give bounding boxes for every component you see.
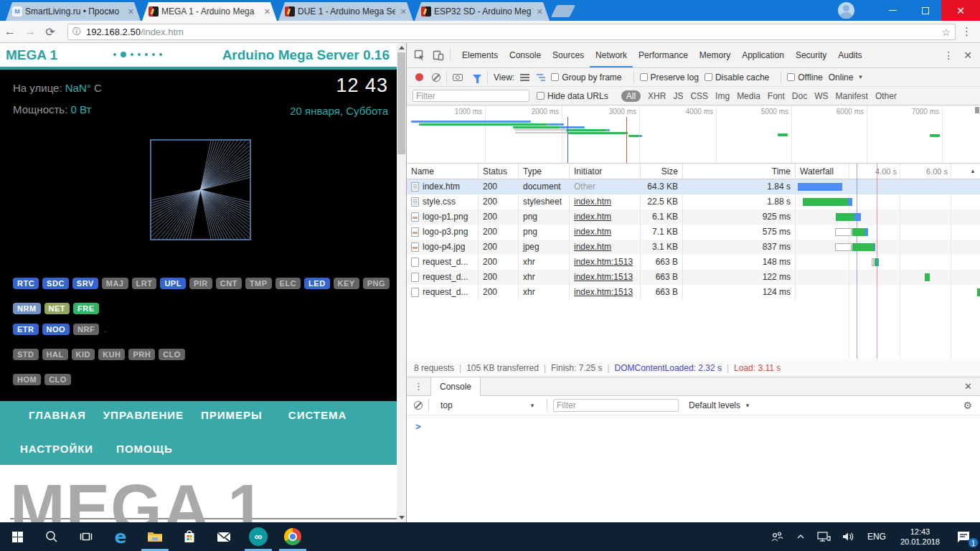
browser-tab-due1[interactable]: DUE 1 - Arduino Mega Se ✕ — [278, 2, 413, 21]
reload-icon[interactable]: ⟳ — [40, 25, 60, 39]
request-row-logo-p3-png[interactable]: logo-p3.png200pngindex.htm7.1 KB575 ms — [407, 225, 980, 240]
people-button[interactable] — [764, 522, 790, 551]
menu-item-3[interactable]: ПРИМЕРЫ — [201, 409, 263, 421]
status-badge-sdc[interactable]: SDC — [42, 278, 69, 289]
type-filter-other[interactable]: Other — [875, 91, 897, 101]
console-clear-icon[interactable] — [414, 401, 423, 410]
tab-close-icon[interactable]: ✕ — [262, 7, 273, 17]
request-row-request-d---[interactable]: request_d...200xhrindex.htm:1513663 B148… — [407, 255, 980, 270]
status-badge-kuh[interactable]: KUH — [98, 349, 125, 360]
menu-item-2[interactable]: УПРАВЛЕНИЕ — [103, 409, 184, 421]
devtools-tab-security[interactable]: Security — [790, 43, 832, 67]
throttling-dropdown[interactable]: Online▼ — [829, 72, 864, 83]
type-filter-doc[interactable]: Doc — [792, 91, 807, 101]
status-badge-nrf[interactable]: NRF — [73, 324, 99, 335]
group-by-frame-checkbox[interactable]: Group by frame — [551, 72, 621, 83]
taskbar-explorer-button[interactable] — [138, 522, 172, 551]
status-badge-srv[interactable]: SRV — [72, 278, 98, 289]
scrollbar-thumb[interactable] — [397, 52, 405, 154]
initiator-link[interactable]: index.htm — [574, 212, 611, 222]
console-prompt[interactable]: > — [415, 421, 421, 432]
status-badge-pir[interactable]: PIR — [189, 278, 212, 289]
devtools-tab-memory[interactable]: Memory — [694, 43, 736, 67]
task-view-button[interactable] — [69, 522, 103, 551]
menu-item-5[interactable]: НАСТРОЙКИ — [20, 443, 93, 455]
preserve-log-checkbox[interactable]: Preserve log — [640, 72, 699, 83]
status-badge-net[interactable]: NET — [44, 303, 70, 314]
column-header-waterfall[interactable]: Waterfall ▲ 4.00 s6.00 s — [796, 164, 980, 179]
scroll-up-icon[interactable] — [399, 46, 405, 50]
network-status-button[interactable] — [811, 522, 836, 551]
devtools-more-icon[interactable]: ⋮ — [943, 50, 953, 61]
status-badge-prh[interactable]: PRH — [128, 349, 155, 360]
drawer-menu-icon[interactable]: ⋮ — [414, 381, 423, 392]
console-settings-gear-icon[interactable]: ⚙ — [963, 400, 980, 411]
taskbar-edge-button[interactable]: e — [103, 522, 138, 551]
request-row-style-css[interactable]: style.css200stylesheetindex.htm22.5 KB1.… — [407, 194, 980, 209]
type-filter-xhr[interactable]: XHR — [648, 91, 666, 101]
status-badge-rtc[interactable]: RTC — [13, 278, 39, 289]
console-context-dropdown[interactable]: top▼ — [440, 400, 541, 410]
status-badge-kid[interactable]: KID — [72, 349, 95, 360]
forward-icon[interactable]: → — [20, 25, 40, 38]
status-badge-key[interactable]: KEY — [334, 278, 359, 289]
initiator-link[interactable]: index.htm:1513 — [574, 287, 633, 297]
request-row-request-d---[interactable]: request_d...200xhrindex.htm:1513663 B122… — [407, 270, 980, 285]
menu-item-4[interactable]: СИСТЕМА — [288, 409, 347, 421]
window-close-button[interactable]: ✕ — [941, 0, 980, 21]
browser-tab-mega1[interactable]: MEGA 1 - Arduino Mega ✕ — [142, 2, 277, 21]
column-header-type[interactable]: Type — [519, 164, 570, 179]
type-filter-manifest[interactable]: Manifest — [836, 91, 868, 101]
taskbar-arduino-button[interactable]: ∞ — [241, 522, 275, 551]
start-button[interactable] — [0, 522, 34, 551]
record-icon[interactable] — [415, 73, 423, 81]
status-badge-nrm[interactable]: NRM — [13, 303, 41, 314]
status-badge-noo[interactable]: NOO — [42, 324, 70, 335]
menu-item-6[interactable]: ПОМОЩЬ — [116, 443, 173, 455]
column-header-status[interactable]: Status — [479, 164, 519, 179]
taskbar-clock[interactable]: 12:43 20.01.2018 — [893, 527, 947, 547]
request-row-logo-p1-png[interactable]: logo-p1.png200pngindex.htm6.1 KB925 ms — [407, 209, 980, 225]
filter-funnel-icon[interactable] — [473, 75, 481, 80]
status-badge-hom[interactable]: HOM — [13, 374, 41, 385]
type-filter-img[interactable]: Img — [715, 91, 730, 101]
show-hidden-icons-button[interactable] — [790, 522, 811, 551]
window-maximize-button[interactable] — [910, 0, 941, 21]
volume-button[interactable] — [836, 522, 860, 551]
bookmark-star-icon[interactable]: ☆ — [941, 27, 951, 38]
status-badge-led[interactable]: LED — [304, 278, 330, 289]
status-badge-clo[interactable]: CLO — [159, 349, 185, 360]
taskbar-search-button[interactable] — [34, 522, 69, 551]
hide-data-urls-checkbox[interactable]: Hide data URLs — [537, 91, 608, 101]
device-toolbar-icon[interactable] — [433, 50, 444, 61]
profile-avatar[interactable] — [838, 2, 854, 19]
status-badge-tmp[interactable]: TMP — [245, 278, 272, 289]
scroll-down-icon[interactable] — [399, 516, 405, 519]
address-bar[interactable]: ⓘ 192.168.2.50 /index.htm ☆ — [67, 24, 956, 40]
type-filter-css[interactable]: CSS — [690, 91, 708, 101]
tab-close-icon[interactable]: ✕ — [534, 7, 545, 17]
browser-tab-smartliving[interactable]: M SmartLiving.ru • Просмо ✕ — [6, 2, 141, 21]
taskbar-mail-button[interactable] — [207, 522, 241, 551]
window-minimize-button[interactable] — [877, 0, 908, 21]
column-header-size[interactable]: Size — [641, 164, 683, 179]
status-badge-hal[interactable]: HAL — [42, 349, 68, 360]
status-badge-fre[interactable]: FRE — [73, 303, 99, 314]
status-badge-std[interactable]: STD — [13, 349, 39, 360]
devtools-tab-elements[interactable]: Elements — [456, 43, 504, 67]
initiator-link[interactable]: index.htm:1513 — [574, 272, 633, 282]
view-list-icon[interactable] — [520, 74, 529, 81]
menu-item-1[interactable]: ГЛАВНАЯ — [29, 409, 86, 421]
action-center-button[interactable]: 1 — [947, 522, 980, 551]
request-row-logo-p4-jpg[interactable]: logo-p4.jpg200jpegindex.htm3.1 KB837 ms — [407, 240, 980, 255]
devtools-tab-performance[interactable]: Performance — [633, 43, 694, 67]
console-levels-dropdown[interactable]: Default levels▼ — [689, 400, 750, 410]
view-waterfall-icon[interactable] — [537, 74, 545, 81]
taskbar-store-button[interactable] — [172, 522, 207, 551]
clear-icon[interactable] — [432, 73, 440, 82]
devtools-tab-application[interactable]: Application — [736, 43, 790, 67]
devtools-tab-console[interactable]: Console — [504, 43, 547, 67]
language-indicator[interactable]: ENG — [860, 532, 893, 542]
browser-menu-icon[interactable]: ⋮ — [961, 25, 972, 38]
status-badge-cnt[interactable]: CNT — [216, 278, 242, 289]
